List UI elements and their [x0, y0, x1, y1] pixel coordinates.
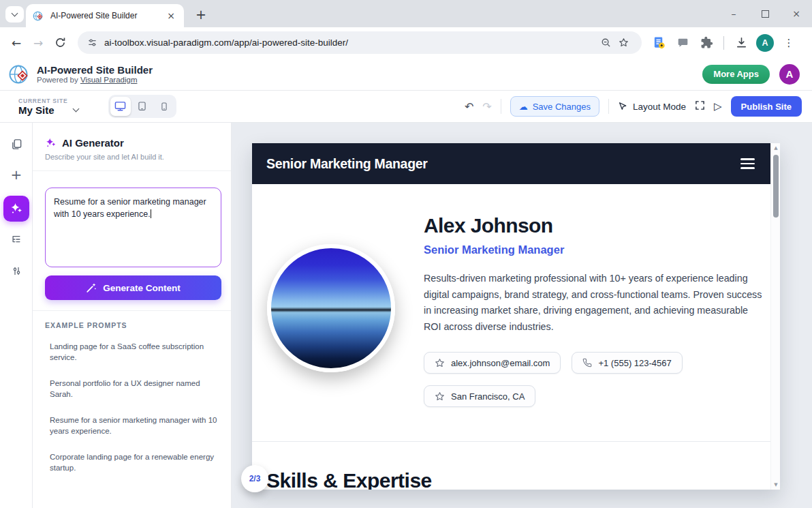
- scroll-down-icon[interactable]: ▼: [771, 482, 780, 488]
- ai-generator-panel: AI Generator Describe your site and let …: [33, 123, 232, 508]
- back-button[interactable]: ←: [5, 32, 27, 54]
- example-prompt[interactable]: Resume for a senior marketing manager wi…: [50, 415, 221, 436]
- tab-search-button[interactable]: [5, 6, 24, 23]
- tablet-icon: [137, 102, 147, 110]
- window-controls: – ×: [718, 0, 812, 27]
- preview-canvas: Senior Marketing Manager Alex Johnson Se…: [232, 123, 812, 508]
- ai-panel-subtitle: Describe your site and let AI build it.: [45, 153, 164, 161]
- bookmark-star-icon[interactable]: [614, 34, 632, 52]
- extensions-puzzle-icon[interactable]: [698, 34, 715, 52]
- progress-badge: 2/3: [241, 465, 268, 492]
- ai-sparkle-icon: [10, 202, 23, 215]
- text-caret: [151, 209, 151, 218]
- reload-button[interactable]: [49, 32, 71, 54]
- pages-button[interactable]: [0, 138, 33, 150]
- undo-icon[interactable]: ↶: [465, 100, 473, 113]
- site-controls-icon: [87, 38, 97, 48]
- star-icon: [435, 391, 445, 402]
- desktop-icon: [114, 101, 126, 111]
- downloads-icon[interactable]: [732, 34, 750, 52]
- reload-icon: [54, 37, 66, 48]
- toolbar-separator: [501, 99, 501, 114]
- example-prompt[interactable]: Corporate landing page for a renewable e…: [50, 452, 221, 473]
- account-avatar[interactable]: A: [779, 64, 800, 85]
- visual-paradigm-logo: [8, 63, 31, 86]
- fullscreen-icon: [695, 100, 705, 110]
- sparkle-icon: [45, 137, 57, 149]
- app-identity: AI-Powered Site Builder Powered by Visua…: [37, 64, 153, 84]
- fullscreen-button[interactable]: [695, 100, 705, 113]
- powered-by-text: Powered by: [37, 76, 78, 84]
- mobile-icon: [159, 102, 169, 110]
- current-site-selector[interactable]: CURRENT SITE My Site: [18, 98, 78, 116]
- copy-pages-icon: [11, 138, 22, 150]
- example-prompts-list: Landing page for a SaaS coffee subscript…: [50, 342, 221, 489]
- person-name: Alex Johnson: [424, 214, 768, 237]
- maximize-icon: [762, 10, 769, 18]
- browser-profile-avatar[interactable]: A: [756, 34, 774, 52]
- person-role: Senior Marketing Manager: [424, 243, 768, 256]
- magic-wand-icon: [86, 282, 97, 293]
- forward-button[interactable]: →: [27, 32, 49, 54]
- zoom-out-icon[interactable]: [597, 34, 614, 52]
- site-nav-bar[interactable]: Senior Marketing Manager: [252, 143, 780, 184]
- browser-tab[interactable]: AI-Powered Site Builder ×: [26, 4, 184, 27]
- add-section-button[interactable]: +: [0, 168, 33, 181]
- toolbar-separator: [608, 99, 609, 114]
- sliders-icon: [12, 266, 22, 276]
- visual-paradigm-link[interactable]: Visual Paradigm: [80, 76, 138, 84]
- example-prompt[interactable]: Landing page for a SaaS coffee subscript…: [50, 342, 221, 363]
- browser-menu-icon[interactable]: ⋮: [780, 34, 798, 52]
- site-structure-button[interactable]: [0, 234, 33, 245]
- browser-action-icons: A ⋮: [650, 34, 798, 52]
- device-toggle-group: [108, 95, 176, 118]
- phone-label: +1 (555) 123-4567: [598, 358, 671, 368]
- browser-tab-strip: AI-Powered Site Builder × + – ×: [0, 0, 812, 27]
- example-prompt[interactable]: Personal portfolio for a UX designer nam…: [50, 378, 221, 400]
- new-tab-button[interactable]: +: [192, 5, 210, 23]
- scroll-up-icon[interactable]: ▲: [771, 145, 780, 151]
- powered-by: Powered by Visual Paradigm: [37, 76, 153, 84]
- preview-play-icon[interactable]: ▷: [714, 100, 722, 113]
- main-content: + AI Generator Describe your site and le…: [0, 123, 812, 508]
- window-maximize-button[interactable]: [749, 0, 781, 27]
- save-changes-button[interactable]: ☁ Save Changes: [510, 96, 599, 117]
- hamburger-menu-icon[interactable]: [740, 158, 755, 168]
- url-input[interactable]: ai-toolbox.visual-paradigm.com/app/ai-po…: [78, 31, 642, 54]
- save-changes-label: Save Changes: [533, 102, 591, 112]
- tree-outline-icon: [11, 234, 22, 245]
- phone-chip[interactable]: +1 (555) 123-4567: [572, 352, 682, 374]
- hero-text-column: Alex Johnson Senior Marketing Manager Re…: [424, 214, 768, 407]
- prompt-text: Resume for a senior marketing manager wi…: [54, 197, 206, 219]
- layout-mode-label: Layout Mode: [633, 102, 686, 112]
- tablet-view-button[interactable]: [132, 97, 153, 116]
- preview-scrollbar[interactable]: ▲ ▼: [770, 143, 780, 490]
- app-title: AI-Powered Site Builder: [37, 64, 153, 76]
- window-minimize-button[interactable]: –: [718, 0, 749, 27]
- tab-close-icon[interactable]: ×: [165, 10, 177, 22]
- mobile-view-button[interactable]: [154, 97, 174, 116]
- layout-mode-button[interactable]: Layout Mode: [618, 102, 686, 112]
- person-summary: Results-driven marketing professional wi…: [424, 271, 766, 335]
- site-preview-frame[interactable]: Senior Marketing Manager Alex Johnson Se…: [252, 143, 780, 490]
- settings-button[interactable]: [0, 266, 33, 276]
- location-chip[interactable]: San Francisco, CA: [424, 385, 535, 407]
- publish-site-button[interactable]: Publish Site: [731, 96, 802, 117]
- comment-icon[interactable]: [674, 34, 691, 52]
- browser-toolbar: ← → ai-toolbox.visual-paradigm.com/app/a…: [0, 27, 812, 58]
- phone-icon: [582, 358, 592, 368]
- generate-content-button[interactable]: Generate Content: [45, 275, 221, 300]
- desktop-view-button[interactable]: [110, 97, 131, 116]
- reading-list-icon[interactable]: [650, 34, 668, 52]
- ai-generator-tab[interactable]: [3, 196, 29, 222]
- more-apps-button[interactable]: More Apps: [702, 65, 770, 84]
- toolbar-actions: ↶ ↷ ☁ Save Changes Layout Mode ▷ Publish…: [465, 96, 802, 117]
- email-chip[interactable]: alex.johnson@email.com: [424, 352, 561, 374]
- prompt-textarea[interactable]: Resume for a senior marketing manager wi…: [45, 188, 221, 267]
- window-close-button[interactable]: ×: [781, 0, 812, 27]
- contact-chips: alex.johnson@email.com +1 (555) 123-4567…: [424, 352, 710, 407]
- scrollbar-thumb[interactable]: [773, 155, 779, 218]
- profile-photo[interactable]: [267, 244, 395, 372]
- left-icon-rail: +: [0, 123, 33, 508]
- redo-icon[interactable]: ↷: [482, 100, 491, 113]
